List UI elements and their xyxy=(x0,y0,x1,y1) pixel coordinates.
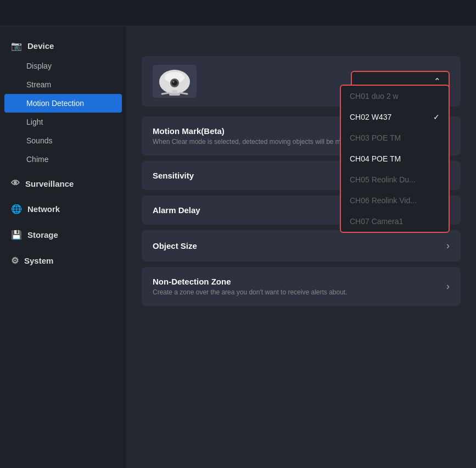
section-row-content-alarm-delay: Alarm Delay xyxy=(153,205,200,215)
svg-rect-6 xyxy=(172,90,177,93)
section-row-title-motion-mark: Motion Mark(Beta) xyxy=(153,126,346,136)
sidebar-item-stream[interactable]: Stream xyxy=(0,75,126,94)
svg-line-8 xyxy=(180,93,187,94)
main-content: ⌃ CH01 duo 2 wCH02 W437✓CH03 POE TMCH04 … xyxy=(126,26,476,468)
dropdown-item-label-ch05: CH05 Reolink Du... xyxy=(350,175,416,184)
sidebar-label-device: Device xyxy=(27,41,54,51)
dropdown-item-ch06: CH06 Reolink Vid... xyxy=(341,190,449,211)
sidebar-section-header-surveillance[interactable]: 👁Surveillance xyxy=(0,173,126,194)
sidebar: 📷DeviceDisplayStreamMotion DetectionLigh… xyxy=(0,26,126,468)
device-icon: 📷 xyxy=(11,41,22,51)
section-row-non-detection-zone[interactable]: Non-Detection ZoneCreate a zone over the… xyxy=(142,267,461,306)
sidebar-label-network: Network xyxy=(27,204,60,214)
system-icon: ⚙ xyxy=(11,255,19,266)
section-row-content-motion-mark: Motion Mark(Beta)When Clear mode is sele… xyxy=(153,126,346,146)
dropdown-item-label-ch01: CH01 duo 2 w xyxy=(350,92,399,101)
section-row-content-object-size: Object Size xyxy=(153,241,197,250)
sidebar-section-system: ⚙System xyxy=(0,250,126,271)
dropdown-item-label-ch06: CH06 Reolink Vid... xyxy=(350,196,417,205)
svg-line-7 xyxy=(162,93,169,94)
dropdown-item-ch01: CH01 duo 2 w xyxy=(341,86,449,107)
svg-point-4 xyxy=(173,81,175,82)
section-row-desc-non-detection-zone: Create a zone over the area you don't wa… xyxy=(153,288,348,296)
sidebar-item-light[interactable]: Light xyxy=(0,113,126,131)
section-row-desc-motion-mark: When Clear mode is selected, detected mo… xyxy=(153,138,346,146)
camera-card: ⌃ CH01 duo 2 wCH02 W437✓CH03 POE TMCH04 … xyxy=(142,56,461,107)
section-row-title-alarm-delay: Alarm Delay xyxy=(153,205,200,215)
app-layout: 📷DeviceDisplayStreamMotion DetectionLigh… xyxy=(0,26,476,468)
sidebar-item-chime[interactable]: Chime xyxy=(0,150,126,169)
checkmark-icon: ✓ xyxy=(433,113,440,121)
sidebar-section-header-system[interactable]: ⚙System xyxy=(0,250,126,271)
chevron-right-icon: › xyxy=(446,240,450,252)
sidebar-item-sounds[interactable]: Sounds xyxy=(0,131,126,150)
sidebar-section-storage: 💾Storage xyxy=(0,224,126,246)
title-bar xyxy=(0,0,476,26)
camera-info xyxy=(205,81,342,82)
sidebar-item-motion-detection[interactable]: Motion Detection xyxy=(4,94,122,113)
surveillance-icon: 👁 xyxy=(11,179,20,188)
sidebar-section-device: 📷DeviceDisplayStreamMotion DetectionLigh… xyxy=(0,35,126,169)
network-icon: 🌐 xyxy=(11,204,22,214)
section-row-content-non-detection-zone: Non-Detection ZoneCreate a zone over the… xyxy=(153,277,348,296)
sidebar-section-header-network[interactable]: 🌐Network xyxy=(0,198,126,220)
sidebar-section-surveillance: 👁Surveillance xyxy=(0,173,126,194)
sidebar-label-storage: Storage xyxy=(27,230,58,239)
dropdown-item-ch02[interactable]: CH02 W437✓ xyxy=(341,107,449,127)
chevron-right-icon: › xyxy=(446,281,450,292)
sidebar-item-display[interactable]: Display xyxy=(0,57,126,75)
sidebar-section-header-device[interactable]: 📷Device xyxy=(0,35,126,57)
sidebar-section-header-storage[interactable]: 💾Storage xyxy=(0,224,126,246)
section-row-title-non-detection-zone: Non-Detection Zone xyxy=(153,277,348,286)
dropdown-item-label-ch03: CH03 POE TM xyxy=(350,133,401,142)
dropdown-item-label-ch04: CH04 POE TM xyxy=(350,154,401,163)
sidebar-section-network: 🌐Network xyxy=(0,198,126,220)
sidebar-label-system: System xyxy=(24,256,53,265)
camera-dome-icon xyxy=(155,66,194,97)
dropdown-item-ch05: CH05 Reolink Du... xyxy=(341,169,449,190)
dropdown-item-ch03: CH03 POE TM xyxy=(341,127,449,148)
dropdown-item-ch04[interactable]: CH04 POE TM xyxy=(341,148,449,169)
dropdown-item-ch07: CH07 Camera1 xyxy=(341,211,449,232)
section-row-title-object-size: Object Size xyxy=(153,241,197,250)
camera-thumbnail xyxy=(153,65,197,98)
storage-icon: 💾 xyxy=(11,230,22,240)
camera-dropdown-menu: CH01 duo 2 wCH02 W437✓CH03 POE TMCH04 PO… xyxy=(340,85,450,233)
svg-point-3 xyxy=(172,80,177,86)
section-row-object-size[interactable]: Object Size› xyxy=(142,230,461,261)
section-row-content-sensitivity: Sensitivity xyxy=(153,171,194,180)
section-row-title-sensitivity: Sensitivity xyxy=(153,171,194,180)
sidebar-label-surveillance: Surveillance xyxy=(25,179,74,188)
dropdown-item-label-ch02: CH02 W437 xyxy=(350,113,391,121)
dropdown-item-label-ch07: CH07 Camera1 xyxy=(350,217,403,226)
